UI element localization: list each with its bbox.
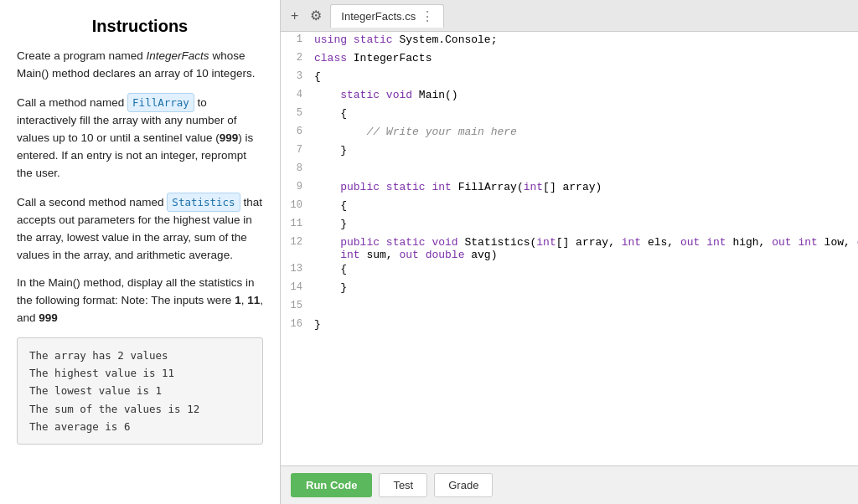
add-icon[interactable]: + <box>287 7 302 25</box>
line-number: 6 <box>281 124 311 142</box>
grade-button[interactable]: Grade <box>434 473 493 497</box>
line-number: 1 <box>281 32 311 50</box>
line-code: public static int FillArray(int[] array) <box>311 179 858 198</box>
line-number: 15 <box>281 298 311 316</box>
line-number: 14 <box>281 280 311 298</box>
tab-menu-icon[interactable]: ⋮ <box>421 8 433 24</box>
table-row: 6 // Write your main here <box>281 124 858 142</box>
output-example-box: The array has 2 values The highest value… <box>17 337 263 445</box>
output-line-2: The highest value is 11 <box>29 364 251 382</box>
table-row: 8 <box>281 161 858 179</box>
line-code: } <box>311 280 858 298</box>
tab-integerfacts[interactable]: IntegerFacts.cs ⋮ <box>330 4 444 28</box>
line-number: 8 <box>281 161 311 179</box>
instructions-paragraph-4: In the Main() method, display all the st… <box>17 275 263 327</box>
line-code: using static System.Console; <box>311 32 858 50</box>
table-row: 15 <box>281 298 858 316</box>
line-number: 10 <box>281 198 311 216</box>
output-line-5: The average is 6 <box>29 418 251 435</box>
editor-toolbar: Run Code Test Grade <box>281 465 858 504</box>
table-row: 1using static System.Console; <box>281 32 858 50</box>
output-line-3: The lowest value is 1 <box>29 382 251 399</box>
instructions-paragraph-3: Call a second method named Statistics th… <box>17 193 263 265</box>
table-row: 3{ <box>281 69 858 87</box>
statistics-badge: Statistics <box>167 193 240 212</box>
table-row: 16} <box>281 316 858 335</box>
line-code: } <box>311 316 858 335</box>
table-row: 14 } <box>281 280 858 298</box>
line-number: 11 <box>281 216 311 234</box>
line-code: // Write your main here <box>311 124 858 142</box>
table-row: 5 { <box>281 105 858 124</box>
line-number: 12 <box>281 234 311 261</box>
line-code <box>311 161 858 179</box>
line-code: { <box>311 261 858 280</box>
table-row: 4 static void Main() <box>281 87 858 105</box>
line-code: } <box>311 216 858 234</box>
table-row: 10 { <box>281 198 858 216</box>
tab-bar: + ⚙ IntegerFacts.cs ⋮ <box>281 0 858 32</box>
line-code: { <box>311 105 858 124</box>
output-line-1: The array has 2 values <box>29 347 251 364</box>
line-code: class IntegerFacts <box>311 50 858 69</box>
instructions-paragraph-2: Call a method named FillArray to interac… <box>17 93 263 183</box>
gear-icon[interactable]: ⚙ <box>307 6 325 25</box>
instructions-paragraph-1: Create a program named IntegerFacts whos… <box>17 48 263 83</box>
instructions-panel: Instructions Create a program named Inte… <box>0 0 281 504</box>
line-code: { <box>311 69 858 87</box>
fill-array-badge: FillArray <box>127 93 194 112</box>
code-editor-panel: + ⚙ IntegerFacts.cs ⋮ 1using static Syst… <box>281 0 858 504</box>
line-code <box>311 298 858 316</box>
line-number: 7 <box>281 142 311 161</box>
line-number: 16 <box>281 316 311 335</box>
table-row: 7 } <box>281 142 858 161</box>
instructions-title: Instructions <box>17 17 263 36</box>
tab-label: IntegerFacts.cs <box>341 10 416 23</box>
line-code: } <box>311 142 858 161</box>
line-number: 13 <box>281 261 311 280</box>
table-row: 12 public static void Statistics(int[] a… <box>281 234 858 261</box>
code-editor-area[interactable]: 1using static System.Console;2class Inte… <box>281 32 858 465</box>
test-button[interactable]: Test <box>379 473 427 497</box>
line-number: 5 <box>281 105 311 124</box>
line-number: 3 <box>281 69 311 87</box>
line-code: static void Main() <box>311 87 858 105</box>
line-code: public static void Statistics(int[] arra… <box>311 234 858 261</box>
output-line-4: The sum of the values is 12 <box>29 400 251 418</box>
table-row: 2class IntegerFacts <box>281 50 858 69</box>
line-number: 2 <box>281 50 311 69</box>
run-code-button[interactable]: Run Code <box>291 473 372 497</box>
table-row: 13 { <box>281 261 858 280</box>
line-number: 9 <box>281 179 311 198</box>
table-row: 11 } <box>281 216 858 234</box>
table-row: 9 public static int FillArray(int[] arra… <box>281 179 858 198</box>
line-number: 4 <box>281 87 311 105</box>
line-code: { <box>311 198 858 216</box>
code-table: 1using static System.Console;2class Inte… <box>281 32 858 335</box>
